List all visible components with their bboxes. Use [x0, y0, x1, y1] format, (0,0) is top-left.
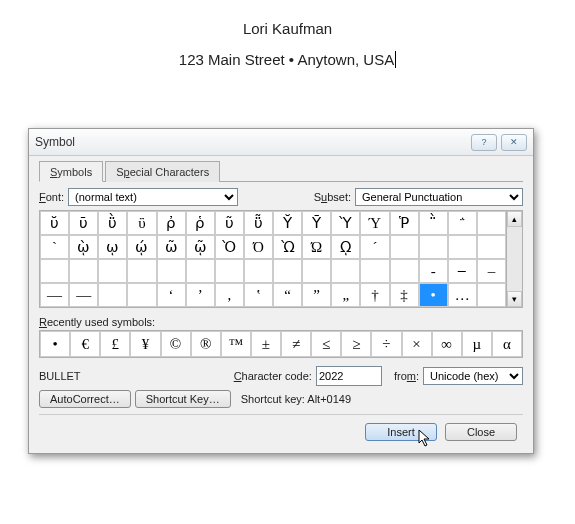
- tab-symbols[interactable]: Symbols: [39, 161, 103, 182]
- symbol-cell[interactable]: [273, 259, 302, 283]
- recent-cell[interactable]: ≥: [341, 331, 371, 357]
- symbol-cell[interactable]: •: [419, 283, 448, 307]
- titlebar[interactable]: Symbol ? ✕: [29, 129, 533, 156]
- symbol-cell[interactable]: [390, 235, 419, 259]
- symbol-cell[interactable]: ῠ: [40, 211, 69, 235]
- recent-cell[interactable]: ÷: [371, 331, 401, 357]
- close-button[interactable]: Close: [445, 423, 517, 441]
- insert-button[interactable]: Insert: [365, 423, 437, 441]
- symbol-cell[interactable]: ῦ: [215, 211, 244, 235]
- symbol-cell[interactable]: Ὺ: [331, 211, 360, 235]
- symbol-cell[interactable]: [448, 235, 477, 259]
- symbol-cell[interactable]: [360, 259, 389, 283]
- grid-scrollbar[interactable]: ▴ ▾: [507, 210, 523, 308]
- symbol-cell[interactable]: ‘: [157, 283, 186, 307]
- symbol-cell[interactable]: –: [477, 259, 506, 283]
- symbol-cell[interactable]: ΰ: [127, 211, 156, 235]
- charcode-input[interactable]: [316, 366, 382, 386]
- symbol-cell[interactable]: ‡: [390, 283, 419, 307]
- symbol-cell[interactable]: [69, 259, 98, 283]
- recent-cell[interactable]: £: [100, 331, 130, 357]
- symbol-cell[interactable]: ῴ: [127, 235, 156, 259]
- symbol-cell[interactable]: ´: [360, 235, 389, 259]
- symbol-cell[interactable]: ῢ: [98, 211, 127, 235]
- symbol-cell[interactable]: Ῡ: [302, 211, 331, 235]
- symbol-cell[interactable]: [186, 259, 215, 283]
- symbol-cell[interactable]: [244, 259, 273, 283]
- symbol-cell[interactable]: [477, 211, 506, 235]
- symbol-cell[interactable]: [215, 259, 244, 283]
- symbol-cell[interactable]: ῭: [419, 211, 448, 235]
- symbol-cell[interactable]: ‐: [419, 259, 448, 283]
- symbol-cell[interactable]: ῡ: [69, 211, 98, 235]
- autocorrect-button[interactable]: AutoCorrect…: [39, 390, 131, 408]
- symbol-cell[interactable]: [127, 283, 156, 307]
- symbol-cell[interactable]: [127, 259, 156, 283]
- recent-cell[interactable]: €: [70, 331, 100, 357]
- symbol-cell[interactable]: Ὼ: [273, 235, 302, 259]
- symbol-cell[interactable]: ‒: [448, 259, 477, 283]
- recent-cell[interactable]: α: [492, 331, 522, 357]
- symbol-cell[interactable]: [390, 259, 419, 283]
- symbol-cell[interactable]: —: [40, 283, 69, 307]
- recent-cell[interactable]: ≠: [281, 331, 311, 357]
- symbol-cell[interactable]: [302, 259, 331, 283]
- recent-cell[interactable]: ®: [191, 331, 221, 357]
- symbol-cell[interactable]: ”: [302, 283, 331, 307]
- symbol-cell[interactable]: ῤ: [157, 211, 186, 235]
- symbol-cell[interactable]: Ῠ: [273, 211, 302, 235]
- symbol-cell[interactable]: †: [360, 283, 389, 307]
- close-window-button[interactable]: ✕: [501, 134, 527, 151]
- symbol-cell[interactable]: ῲ: [69, 235, 98, 259]
- symbol-cell[interactable]: [98, 259, 127, 283]
- recent-cell[interactable]: ×: [402, 331, 432, 357]
- subset-select[interactable]: General Punctuation: [355, 188, 523, 206]
- symbol-cell[interactable]: [157, 259, 186, 283]
- symbol-cell[interactable]: Ό: [244, 235, 273, 259]
- symbol-cell[interactable]: [331, 259, 360, 283]
- shortcutkey-button[interactable]: Shortcut Key…: [135, 390, 231, 408]
- symbol-cell[interactable]: Ώ: [302, 235, 331, 259]
- symbol-cell[interactable]: [477, 235, 506, 259]
- tab-special-chars[interactable]: Special Characters: [105, 161, 220, 182]
- recent-cell[interactable]: ©: [161, 331, 191, 357]
- recent-cell[interactable]: ∞: [432, 331, 462, 357]
- symbol-cell[interactable]: ῶ: [157, 235, 186, 259]
- recent-symbols[interactable]: •€£¥©®™±≠≤≥÷×∞µα: [39, 330, 523, 358]
- symbol-cell[interactable]: ῧ: [244, 211, 273, 235]
- symbol-cell[interactable]: ῥ: [186, 211, 215, 235]
- symbol-cell[interactable]: Ῥ: [390, 211, 419, 235]
- symbol-cell[interactable]: ῼ: [331, 235, 360, 259]
- symbol-cell[interactable]: ‛: [244, 283, 273, 307]
- char-name: BULLET: [39, 370, 109, 382]
- font-select[interactable]: (normal text): [68, 188, 238, 206]
- symbol-cell[interactable]: Ύ: [360, 211, 389, 235]
- symbol-cell[interactable]: [98, 283, 127, 307]
- symbol-cell[interactable]: ’: [186, 283, 215, 307]
- symbol-cell[interactable]: „: [331, 283, 360, 307]
- scroll-down-icon[interactable]: ▾: [507, 291, 522, 307]
- from-select[interactable]: Unicode (hex): [423, 367, 523, 385]
- recent-cell[interactable]: ™: [221, 331, 251, 357]
- symbol-cell[interactable]: Ὸ: [215, 235, 244, 259]
- help-button[interactable]: ?: [471, 134, 497, 151]
- recent-cell[interactable]: ≤: [311, 331, 341, 357]
- symbol-cell[interactable]: `: [40, 235, 69, 259]
- symbol-cell[interactable]: ―: [69, 283, 98, 307]
- symbol-cell[interactable]: [477, 283, 506, 307]
- recent-cell[interactable]: ±: [251, 331, 281, 357]
- symbol-cell[interactable]: [40, 259, 69, 283]
- symbol-cell[interactable]: ΅: [448, 211, 477, 235]
- symbol-cell[interactable]: ‚: [215, 283, 244, 307]
- symbol-cell[interactable]: ῷ: [186, 235, 215, 259]
- scroll-up-icon[interactable]: ▴: [507, 211, 522, 227]
- symbol-grid[interactable]: ῠῡῢΰῤῥῦῧῨῩῪΎῬ῭΅`ῲῳῴῶῷῸΌῺΏῼ´‐‒–—―‘’‚‛“”„†…: [40, 211, 506, 307]
- cursor-icon: [418, 430, 432, 448]
- symbol-cell[interactable]: ῳ: [98, 235, 127, 259]
- symbol-cell[interactable]: [419, 235, 448, 259]
- symbol-cell[interactable]: “: [273, 283, 302, 307]
- recent-cell[interactable]: µ: [462, 331, 492, 357]
- recent-cell[interactable]: •: [40, 331, 70, 357]
- symbol-cell[interactable]: …: [448, 283, 477, 307]
- recent-cell[interactable]: ¥: [130, 331, 160, 357]
